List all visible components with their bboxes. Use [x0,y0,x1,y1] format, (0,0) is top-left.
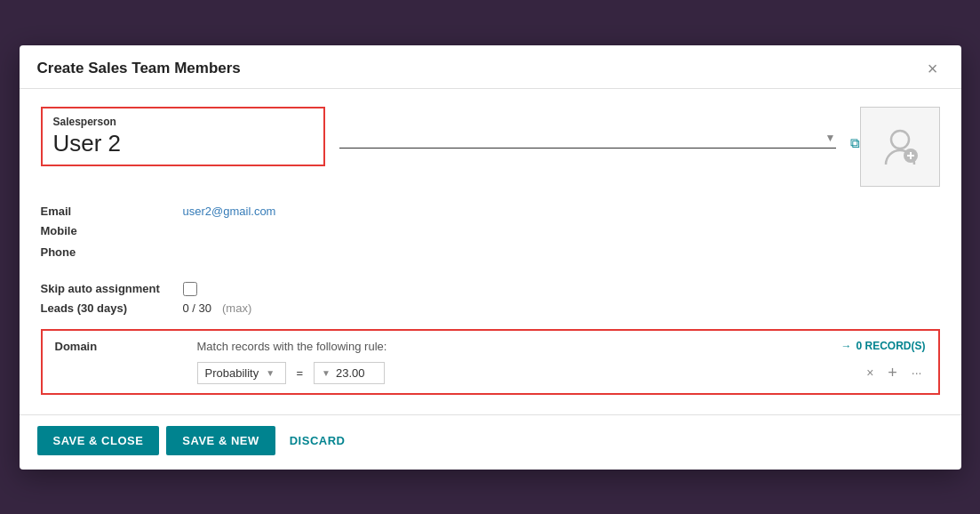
domain-section: Domain Match records with the following … [41,329,940,395]
leads-max: (max) [222,301,251,315]
domain-more-button[interactable]: ··· [908,364,926,381]
modal-title: Create Sales Team Members [37,60,241,77]
discard-button[interactable]: DISCARD [283,426,353,455]
email-label: Email [41,205,183,218]
mobile-label: Mobile [41,224,183,237]
leads-value-row: 0 / 30 (max) [183,301,252,315]
domain-field-value: Probability [205,366,259,380]
save-new-button[interactable]: SAVE & NEW [166,426,275,455]
skip-auto-row: Skip auto assignment [41,282,940,296]
field-dropdown-icon: ▼ [266,368,275,378]
svg-point-0 [891,131,909,149]
avatar-placeholder[interactable] [860,107,940,187]
value-dropdown-icon: ▼ [322,368,331,378]
close-button[interactable]: × [922,58,944,79]
skip-auto-checkbox[interactable] [183,282,197,296]
domain-field-select[interactable]: Probability ▼ [197,362,286,384]
phone-value [183,245,187,261]
domain-label: Domain [55,340,197,353]
modal-overlay: Create Sales Team Members × Salesperson … [0,0,980,514]
modal-dialog: Create Sales Team Members × Salesperson … [20,45,961,470]
domain-remove-button[interactable]: × [863,364,877,381]
salesperson-label: Salesperson [53,116,313,128]
domain-actions: × + ··· [863,362,925,384]
domain-add-button[interactable]: + [884,362,901,384]
leads-row: Leads (30 days) 0 / 30 (max) [41,301,940,315]
arrow-right-icon: → [841,340,851,352]
domain-value-select[interactable]: ▼ 23.00 [314,362,385,384]
mobile-value [183,223,187,239]
domain-rule-row: Probability ▼ = ▼ 23.00 × + ··· [197,362,926,384]
save-close-button[interactable]: SAVE & CLOSE [37,426,160,455]
skip-auto-label: Skip auto assignment [41,282,183,295]
domain-rule-text: Match records with the following rule: [197,340,841,353]
email-value: user2@gmail.com [183,205,276,218]
form-fields: Email user2@gmail.com Mobile Phone [41,205,940,261]
domain-condition-value: 23.00 [336,366,365,380]
modal-header: Create Sales Team Members × [20,45,961,89]
domain-operator: = [293,366,307,380]
modal-body: Salesperson User 2 ▼ ⧉ [20,89,961,414]
phone-label: Phone [41,245,183,259]
email-row: Email user2@gmail.com [41,205,940,218]
dropdown-arrow-icon[interactable]: ▼ [825,132,836,144]
domain-row: Domain Match records with the following … [41,322,940,395]
domain-records-link[interactable]: → 0 RECORD(S) [841,340,925,352]
modal-footer: SAVE & CLOSE SAVE & NEW DISCARD [20,414,961,470]
records-count: 0 RECORD(S) [856,340,925,352]
leads-label: Leads (30 days) [41,301,183,315]
salesperson-value: User 2 [53,130,122,157]
mobile-row: Mobile [41,223,940,239]
external-link-icon[interactable]: ⧉ [850,135,860,151]
salesperson-field[interactable]: Salesperson User 2 [41,107,325,166]
salesperson-value-row: User 2 [53,130,313,157]
salesperson-row: Salesperson User 2 ▼ ⧉ [41,107,940,187]
leads-value: 0 / 30 [183,301,212,315]
phone-row: Phone [41,245,940,261]
domain-header-row: Domain Match records with the following … [55,340,926,353]
